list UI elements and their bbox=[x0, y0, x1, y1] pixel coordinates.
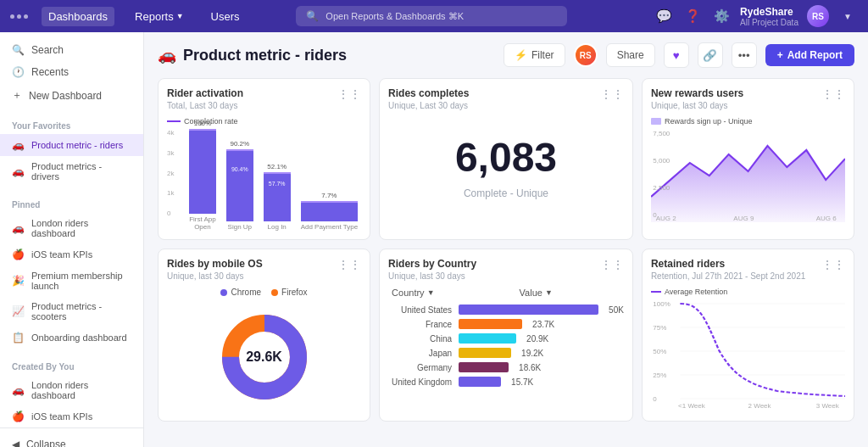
sidebar-new-dashboard[interactable]: ＋ New Dashboard bbox=[0, 83, 143, 108]
page-title: 🚗 Product metric - riders bbox=[158, 46, 347, 64]
dashboard-icon: 🚗 bbox=[12, 139, 25, 151]
sidebar-item-created-london[interactable]: 🚗 London riders dashboard bbox=[0, 375, 143, 405]
widget-subtitle: Unique, last 30 days bbox=[651, 101, 845, 110]
rider-activation-widget: Rider activation Total, Last 30 days ⋮⋮ … bbox=[158, 78, 370, 240]
chrome-legend: Chrome bbox=[220, 288, 261, 297]
nav-users[interactable]: Users bbox=[204, 7, 247, 26]
widget-title: Retained riders bbox=[651, 258, 845, 270]
created-title: Created By You bbox=[0, 355, 143, 375]
settings-icon[interactable]: ⚙️ bbox=[711, 6, 732, 26]
sidebar-item-onboarding[interactable]: 📋 Onboarding dashboard bbox=[0, 327, 143, 349]
nav-reports[interactable]: Reports ▼ bbox=[128, 7, 190, 26]
widget-menu[interactable]: ⋮⋮ bbox=[600, 87, 624, 101]
svg-text:100%: 100% bbox=[653, 300, 670, 307]
sidebar-item-premium[interactable]: 🎉 Premium membership launch bbox=[0, 265, 143, 296]
widget-title: Rides completes bbox=[388, 87, 624, 99]
dashboard-icon: 🎉 bbox=[12, 275, 25, 287]
firefox-legend: Firefox bbox=[271, 288, 308, 297]
country-col-header[interactable]: Country ▼ bbox=[392, 288, 434, 298]
widget-subtitle: Unique, Last 30 days bbox=[388, 101, 624, 110]
share-button[interactable]: Share bbox=[606, 43, 655, 67]
sidebar-item-london-riders[interactable]: 🚗 London riders dashboard bbox=[0, 213, 143, 243]
svg-text:2,500: 2,500 bbox=[653, 184, 670, 191]
sidebar-recents[interactable]: 🕐 Recents bbox=[0, 61, 143, 83]
retained-riders-widget: Retained riders Retention, Jul 27th 2021… bbox=[642, 249, 854, 422]
widget-menu[interactable]: ⋮⋮ bbox=[337, 87, 361, 101]
chevron-down-icon: ▼ bbox=[427, 288, 435, 297]
search-icon: 🔍 bbox=[12, 44, 25, 56]
sidebar-bottom: ◀ Collapse bbox=[0, 427, 143, 447]
riders-by-country-widget: Riders by Country Unique, last 30 days ⋮… bbox=[379, 249, 633, 422]
widget-menu[interactable]: ⋮⋮ bbox=[821, 258, 845, 271]
top-nav: Dashboards Reports ▼ Users 🔍 Open Report… bbox=[0, 0, 868, 32]
widget-title: New rewards users bbox=[651, 87, 845, 99]
widget-title: Rides by mobile OS bbox=[167, 258, 361, 270]
widget-grid: Rider activation Total, Last 30 days ⋮⋮ … bbox=[158, 78, 854, 422]
filter-button[interactable]: ⚡ Filter bbox=[504, 43, 565, 67]
collapse-icon: ◀ bbox=[12, 439, 19, 447]
value-col-header[interactable]: Value ▼ bbox=[520, 288, 553, 298]
favorites-title: Your Favorites bbox=[0, 115, 143, 134]
svg-text:50%: 50% bbox=[653, 348, 666, 355]
pinned-title: Pinned bbox=[0, 193, 143, 213]
svg-text:2 Week: 2 Week bbox=[748, 402, 771, 409]
sidebar-collapse[interactable]: ◀ Collapse bbox=[12, 435, 131, 447]
heart-button[interactable]: ♥ bbox=[664, 42, 689, 68]
sidebar-item-created-ios[interactable]: 🍎 iOS team KPIs bbox=[0, 405, 143, 427]
rewards-chart: 7,500 5,000 2,500 0 AUG 2 AUG 9 AUG 6 bbox=[651, 129, 845, 222]
bar-log-in: 52.1% 57.7% Log In bbox=[264, 163, 291, 231]
widget-menu[interactable]: ⋮⋮ bbox=[600, 258, 624, 271]
bar-add-payment: 7.7% Add Payment Type bbox=[301, 192, 358, 231]
dashboard-icon: 🍎 bbox=[12, 411, 25, 422]
hbar-row: United Kingdom 15.7K bbox=[388, 377, 624, 387]
hbar-row: United States 50K bbox=[388, 305, 624, 315]
help-icon[interactable]: ❓ bbox=[682, 6, 703, 26]
avatar[interactable]: RS bbox=[807, 5, 829, 27]
dashboard-icon: 🚗 bbox=[12, 384, 25, 396]
sidebar: 🔍 Search 🕐 Recents ＋ New Dashboard Your … bbox=[0, 32, 144, 447]
page-header: 🚗 Product metric - riders ⚡ Filter RS Sh… bbox=[158, 42, 854, 68]
svg-text:5,000: 5,000 bbox=[653, 157, 670, 164]
svg-text:AUG 9: AUG 9 bbox=[733, 215, 754, 221]
donut-label: 29.6K bbox=[246, 349, 282, 365]
comment-icon[interactable]: 💬 bbox=[654, 6, 674, 26]
nav-dots bbox=[10, 14, 28, 19]
nav-dashboards[interactable]: Dashboards bbox=[42, 7, 114, 26]
sidebar-item-ios-kpis[interactable]: 🍎 iOS team KPIs bbox=[0, 243, 143, 265]
sidebar-item-product-metrics-drivers[interactable]: 🚗 Product metrics - drivers bbox=[0, 156, 143, 187]
big-number: 6,083 bbox=[388, 117, 624, 187]
link-button[interactable]: 🔗 bbox=[698, 42, 723, 68]
more-button[interactable]: ••• bbox=[732, 42, 757, 68]
search-bar[interactable]: 🔍 Open Reports & Dashboards ⌘K bbox=[296, 6, 567, 26]
svg-text:AUG 2: AUG 2 bbox=[656, 215, 676, 221]
sidebar-item-product-metric-riders[interactable]: 🚗 Product metric - riders bbox=[0, 134, 143, 156]
dashboard-icon: 📋 bbox=[12, 332, 25, 344]
svg-text:75%: 75% bbox=[653, 324, 666, 331]
hbar-row: Japan 19.2K bbox=[388, 348, 624, 358]
hbar-row: China 20.9K bbox=[388, 333, 624, 344]
add-report-button[interactable]: + Add Report bbox=[765, 44, 854, 66]
widget-subtitle: Unique, last 30 days bbox=[388, 271, 624, 281]
sidebar-search[interactable]: 🔍 Search bbox=[0, 39, 143, 61]
svg-text:7,500: 7,500 bbox=[653, 130, 670, 137]
clock-icon: 🕐 bbox=[12, 66, 25, 78]
widget-menu[interactable]: ⋮⋮ bbox=[337, 258, 361, 271]
share-avatar: RS bbox=[574, 43, 598, 67]
chevron-down-icon[interactable]: ▼ bbox=[837, 6, 858, 26]
svg-text:AUG 6: AUG 6 bbox=[816, 215, 837, 221]
filter-icon: ⚡ bbox=[515, 49, 527, 61]
widget-menu[interactable]: ⋮⋮ bbox=[821, 87, 845, 101]
page-actions: ⚡ Filter RS Share ♥ 🔗 ••• + Add Report bbox=[504, 42, 854, 68]
main-layout: 🔍 Search 🕐 Recents ＋ New Dashboard Your … bbox=[0, 32, 868, 447]
hbar-row: France 23.7K bbox=[388, 319, 624, 329]
dashboard-icon: 🍎 bbox=[12, 249, 25, 260]
plus-icon: ＋ bbox=[12, 88, 22, 103]
big-number-label: Complete - Unique bbox=[388, 187, 624, 199]
rides-mobile-os-widget: Rides by mobile OS Unique, last 30 days … bbox=[158, 249, 370, 422]
hbar-chart: United States 50K France 23.7K China bbox=[388, 305, 624, 387]
sidebar-item-scooters[interactable]: 📈 Product metrics - scooters bbox=[0, 296, 143, 327]
page-emoji: 🚗 bbox=[158, 46, 176, 64]
widget-subtitle: Unique, last 30 days bbox=[167, 271, 361, 281]
dashboard-icon: 🚗 bbox=[12, 222, 25, 234]
legend-label: Average Retention bbox=[665, 288, 727, 296]
